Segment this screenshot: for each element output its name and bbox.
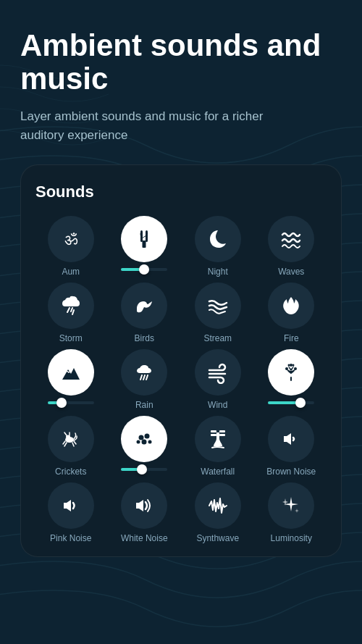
- sound-label-brown-noise: Brown Noise: [266, 467, 316, 477]
- sound-label-waves: Waves: [278, 267, 304, 277]
- svg-line-6: [71, 308, 72, 311]
- svg-text:ॐ: ॐ: [64, 230, 78, 248]
- svg-rect-35: [219, 434, 225, 436]
- svg-line-25: [74, 441, 76, 444]
- sound-button-crickets[interactable]: [48, 416, 94, 462]
- sound-label-pink-noise: Pink Noise: [50, 533, 91, 543]
- sound-item-tuning: [109, 216, 180, 277]
- svg-point-30: [137, 440, 140, 444]
- sound-label-rain: Rain: [135, 400, 153, 410]
- sound-label-birds: Birds: [135, 333, 154, 343]
- sound-label-fire: Fire: [284, 333, 299, 343]
- svg-rect-32: [211, 430, 216, 432]
- sound-item-aum: ॐ Aum: [35, 216, 106, 277]
- svg-rect-18: [290, 377, 292, 381]
- sound-button-aum[interactable]: ॐ: [48, 216, 94, 262]
- sound-item-birds: Birds: [109, 283, 180, 343]
- sound-button-fire[interactable]: [268, 283, 314, 329]
- slider-white-noise[interactable]: [121, 468, 167, 471]
- svg-point-17: [292, 364, 295, 367]
- sound-item-brown-noise: Brown Noise: [256, 416, 327, 477]
- sound-button-luminosity[interactable]: [268, 482, 314, 529]
- svg-line-7: [72, 310, 74, 314]
- sound-button-birds[interactable]: [121, 283, 167, 329]
- sound-item-storm: Storm: [35, 283, 106, 343]
- slider-mountain[interactable]: [48, 401, 94, 404]
- svg-point-14: [285, 367, 288, 370]
- svg-line-24: [64, 443, 67, 446]
- sound-item-brown-noise-circle: [256, 349, 327, 410]
- sound-button-stream[interactable]: [195, 283, 241, 329]
- sound-label-stream: Stream: [203, 333, 232, 343]
- sound-item-stream: Stream: [182, 283, 253, 343]
- sounds-card: Sounds ॐ Aum: [20, 164, 342, 557]
- sound-button-white-noise-circle[interactable]: [121, 416, 167, 462]
- sound-button-brown-noise[interactable]: [268, 416, 314, 462]
- sound-item-rain: Rain: [109, 349, 180, 410]
- page-subtitle: Layer ambient sounds and music for a ric…: [20, 107, 266, 144]
- sound-label-white-noise: White Noise: [121, 533, 168, 543]
- sound-item-waterfall: Waterfall: [182, 416, 253, 477]
- svg-line-21: [64, 432, 67, 435]
- sound-label-luminosity: Luminosity: [271, 533, 312, 543]
- sound-button-tuning[interactable]: [121, 216, 167, 262]
- svg-line-9: [140, 375, 142, 380]
- sound-item-night: Night: [182, 216, 253, 277]
- svg-point-15: [294, 367, 297, 370]
- svg-rect-33: [219, 430, 225, 432]
- sound-button-storm[interactable]: [48, 283, 94, 329]
- sound-button-wind[interactable]: [195, 349, 241, 396]
- sound-button-brown-noise-circle[interactable]: [268, 349, 314, 396]
- svg-rect-34: [211, 434, 216, 436]
- main-content: Ambient sounds and music Layer ambient s…: [0, 0, 362, 572]
- sound-button-night[interactable]: [195, 216, 241, 262]
- sound-button-waves[interactable]: [268, 216, 314, 262]
- sound-item-luminosity: Luminosity: [256, 482, 327, 543]
- sound-label-waterfall: Waterfall: [201, 467, 235, 477]
- svg-point-13: [290, 364, 292, 367]
- sounds-grid: ॐ Aum: [35, 216, 327, 543]
- svg-line-26: [72, 443, 74, 446]
- sound-item-white-noise: White Noise: [109, 482, 180, 543]
- svg-point-16: [288, 364, 290, 367]
- sound-label-night: Night: [208, 267, 228, 277]
- sound-button-mountain[interactable]: [48, 349, 94, 396]
- svg-point-28: [145, 434, 150, 439]
- sound-button-pink-noise[interactable]: [48, 482, 94, 529]
- svg-point-27: [139, 435, 144, 440]
- svg-line-11: [146, 375, 148, 380]
- sound-label-wind: Wind: [208, 400, 227, 410]
- sound-button-synthwave[interactable]: [195, 482, 241, 529]
- sound-item-synthwave: Synthwave: [182, 482, 253, 543]
- sound-label-aum: Aum: [62, 267, 80, 277]
- sound-label-storm: Storm: [59, 333, 83, 343]
- sound-button-waterfall[interactable]: [195, 416, 241, 462]
- sound-item-white-noise-circle: [109, 416, 180, 477]
- svg-point-31: [148, 440, 152, 444]
- svg-rect-4: [143, 241, 146, 248]
- sound-item-pink-noise: Pink Noise: [35, 482, 106, 543]
- sound-item-crickets: Crickets: [35, 416, 106, 477]
- sound-label-synthwave: Synthwave: [196, 533, 239, 543]
- sound-item-mountain: [35, 349, 106, 410]
- sound-label-crickets: Crickets: [55, 467, 86, 477]
- slider-tuning[interactable]: [121, 268, 167, 271]
- sound-button-white-noise[interactable]: [121, 482, 167, 529]
- sound-item-fire: Fire: [256, 283, 327, 343]
- sound-item-wind: Wind: [182, 349, 253, 410]
- svg-line-5: [67, 308, 70, 312]
- svg-line-10: [143, 375, 145, 380]
- card-title: Sounds: [35, 183, 327, 201]
- sound-button-rain[interactable]: [121, 349, 167, 396]
- svg-point-29: [142, 440, 147, 445]
- slider-brown-noise[interactable]: [268, 401, 314, 404]
- svg-point-8: [147, 302, 149, 304]
- sound-item-waves: Waves: [256, 216, 327, 277]
- svg-line-23: [63, 441, 65, 444]
- page-headline: Ambient sounds and music: [20, 29, 342, 96]
